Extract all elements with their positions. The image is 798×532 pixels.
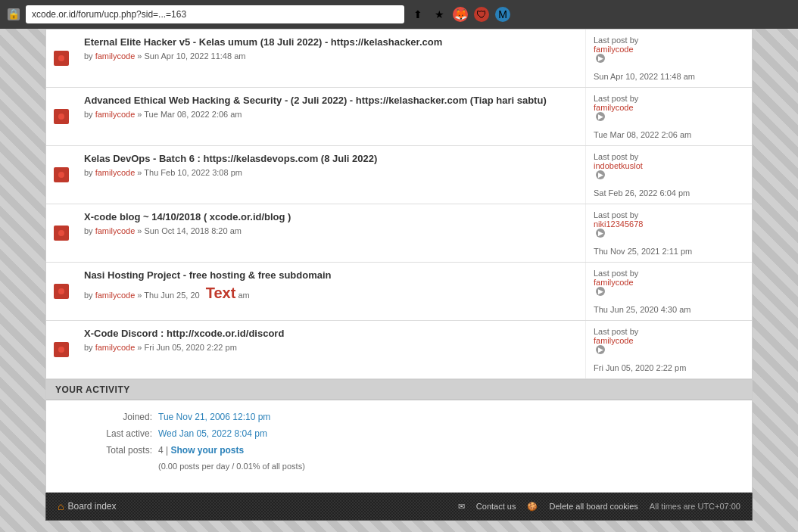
last-post-date: Tue Mar 08, 2022 2:06 am bbox=[594, 130, 744, 139]
post-icon-col bbox=[46, 30, 76, 87]
url-bar[interactable]: xcode.or.id/forum/ucp.php?sid=...=163 bbox=[26, 5, 404, 23]
table-row: Kelas DevOps - Batch 6 : https://kelasde… bbox=[46, 146, 752, 204]
footer-right: ✉ Contact us 🍪 Delete all board cookies … bbox=[458, 502, 740, 512]
post-last-post: Last post by familycode ▶ Sun Apr 10, 20… bbox=[585, 30, 752, 87]
last-post-date: Thu Jun 25, 2020 4:30 am bbox=[594, 305, 744, 314]
post-date: Sun Apr 10, 2022 11:48 am bbox=[145, 51, 246, 61]
post-body: Kelas DevOps - Batch 6 : https://kelasde… bbox=[76, 146, 585, 204]
board-index-link[interactable]: Board index bbox=[67, 501, 116, 512]
forum-footer: ⌂ Board index ✉ Contact us 🍪 Delete all … bbox=[45, 493, 753, 521]
post-title-link[interactable]: Nasi Hosting Project - free hosting & fr… bbox=[84, 269, 332, 281]
extension-icon-3[interactable]: M bbox=[495, 7, 510, 22]
table-row: Advanced Ethical Web Hacking & Security … bbox=[46, 88, 752, 146]
post-body: Advanced Ethical Web Hacking & Security … bbox=[76, 88, 585, 145]
post-date-suffix: am bbox=[238, 291, 249, 300]
share-icon[interactable]: ⬆ bbox=[410, 7, 425, 22]
post-date: Sun Oct 14, 2018 8:20 am bbox=[145, 226, 242, 235]
table-row: X-Code Discord : http://xcode.or.id/disc… bbox=[46, 321, 752, 379]
post-last-post: Last post by familycode ▶ Thu Jun 25, 20… bbox=[585, 263, 752, 320]
post-author-link[interactable]: familycode bbox=[95, 226, 136, 235]
go-icon[interactable]: ▶ bbox=[596, 287, 605, 296]
your-activity-section: YOUR ACTIVITY Joined: Tue Nov 21, 2006 1… bbox=[45, 380, 753, 493]
post-title-link[interactable]: Advanced Ethical Web Hacking & Security … bbox=[84, 95, 547, 106]
post-author-link[interactable]: familycode bbox=[95, 51, 136, 61]
post-meta: by familycode » Tue Mar 08, 2022 2:06 am bbox=[84, 110, 578, 119]
post-author-link[interactable]: familycode bbox=[95, 291, 136, 300]
cookie-icon: 🍪 bbox=[527, 502, 538, 512]
post-body: Nasi Hosting Project - free hosting & fr… bbox=[76, 263, 585, 320]
mail-icon: ✉ bbox=[458, 502, 465, 512]
your-activity-title: YOUR ACTIVITY bbox=[55, 384, 130, 395]
joined-label: Joined: bbox=[61, 412, 152, 422]
post-body: X-code blog ~ 14/10/2018 ( xcode.or.id/b… bbox=[76, 204, 585, 262]
your-activity-header: YOUR ACTIVITY bbox=[46, 380, 752, 400]
go-icon[interactable]: ▶ bbox=[596, 54, 605, 63]
go-icon[interactable]: ▶ bbox=[596, 112, 605, 121]
post-icon-col bbox=[46, 263, 76, 320]
posts-per-day: (0.00 posts per day / 0.01% of all posts… bbox=[158, 462, 305, 471]
total-posts-label: Total posts: bbox=[61, 445, 152, 456]
post-new-icon bbox=[54, 109, 69, 124]
post-author-link[interactable]: familycode bbox=[95, 110, 136, 119]
post-icon-col bbox=[46, 88, 76, 145]
post-new-icon bbox=[54, 167, 69, 182]
post-icon-col bbox=[46, 321, 76, 378]
post-last-post: Last post by familycode ▶ Fri Jun 05, 20… bbox=[585, 321, 752, 378]
last-author-link[interactable]: familycode bbox=[594, 45, 744, 54]
activity-last-active-row: Last active: Wed Jan 05, 2022 8:04 pm bbox=[61, 428, 737, 439]
extension-icon-2[interactable]: 🛡 bbox=[474, 7, 489, 22]
last-post-date: Sun Apr 10, 2022 11:48 am bbox=[594, 72, 744, 81]
timezone-label: All times are UTC+07:00 bbox=[650, 502, 740, 511]
contact-us-link[interactable]: Contact us bbox=[476, 502, 516, 511]
activity-table: Joined: Tue Nov 21, 2006 12:10 pm Last a… bbox=[46, 400, 752, 492]
total-posts-count: 4 bbox=[158, 445, 164, 456]
text-overlay-label: Text bbox=[206, 285, 236, 301]
forum-posts-list: Eternal Elite Hacker v5 - Kelas umum (18… bbox=[45, 29, 753, 380]
go-icon[interactable]: ▶ bbox=[596, 229, 605, 238]
post-last-post: Last post by niki12345678 ▶ Thu Nov 25, … bbox=[585, 204, 752, 262]
url-text: xcode.or.id/forum/ucp.php?sid=...=163 bbox=[32, 9, 186, 20]
browser-chrome: 🔒 xcode.or.id/forum/ucp.php?sid=...=163 … bbox=[0, 0, 798, 29]
post-body: Eternal Elite Hacker v5 - Kelas umum (18… bbox=[76, 30, 585, 87]
post-last-post: Last post by familycode ▶ Tue Mar 08, 20… bbox=[585, 88, 752, 145]
last-author-link[interactable]: niki12345678 bbox=[594, 219, 744, 229]
post-meta: by familycode » Sun Apr 10, 2022 11:48 a… bbox=[84, 51, 578, 61]
go-icon[interactable]: ▶ bbox=[596, 170, 605, 179]
last-active-value: Wed Jan 05, 2022 8:04 pm bbox=[158, 428, 267, 439]
post-meta: by familycode » Thu Jun 25, 20 Text am bbox=[84, 285, 578, 302]
footer-left: ⌂ Board index bbox=[58, 500, 117, 512]
delete-cookies-link[interactable]: Delete all board cookies bbox=[549, 502, 637, 511]
last-post-date: Sat Feb 26, 2022 6:04 pm bbox=[594, 188, 744, 198]
post-meta: by familycode » Fri Jun 05, 2020 2:22 pm bbox=[84, 343, 578, 352]
last-post-date: Fri Jun 05, 2020 2:22 pm bbox=[594, 363, 744, 372]
show-posts-link[interactable]: Show your posts bbox=[170, 445, 244, 456]
table-row: Nasi Hosting Project - free hosting & fr… bbox=[46, 263, 752, 321]
page-credits: *SE Gamer Style by phpBB Styles PLANET S… bbox=[0, 521, 798, 532]
activity-posts-row: Total posts: 4 | Show your posts bbox=[61, 445, 737, 456]
last-author-link[interactable]: indobetkuslot bbox=[594, 161, 744, 170]
extension-icon-1[interactable]: 🦊 bbox=[453, 7, 468, 22]
joined-value: Tue Nov 21, 2006 12:10 pm bbox=[158, 412, 270, 422]
post-new-icon bbox=[54, 51, 69, 66]
post-icon-col bbox=[46, 204, 76, 262]
post-new-icon bbox=[54, 226, 69, 241]
post-title-link[interactable]: X-code blog ~ 14/10/2018 ( xcode.or.id/b… bbox=[84, 211, 291, 222]
post-author-link[interactable]: familycode bbox=[95, 343, 136, 352]
go-icon[interactable]: ▶ bbox=[596, 345, 605, 354]
post-date: Thu Feb 10, 2022 3:08 pm bbox=[144, 168, 242, 177]
post-author-link[interactable]: familycode bbox=[95, 168, 136, 177]
post-icon-col bbox=[46, 146, 76, 204]
last-post-date: Thu Nov 25, 2021 2:11 pm bbox=[594, 247, 744, 256]
last-author-link[interactable]: familycode bbox=[594, 278, 744, 287]
last-author-link[interactable]: familycode bbox=[594, 103, 744, 112]
last-author-link[interactable]: familycode bbox=[594, 336, 744, 345]
activity-joined-row: Joined: Tue Nov 21, 2006 12:10 pm bbox=[61, 412, 737, 422]
bookmark-icon[interactable]: ★ bbox=[432, 7, 447, 22]
home-icon: ⌂ bbox=[58, 500, 64, 512]
post-title-link[interactable]: X-Code Discord : http://xcode.or.id/disc… bbox=[84, 328, 284, 339]
post-new-icon bbox=[54, 342, 69, 357]
post-title-link[interactable]: Kelas DevOps - Batch 6 : https://kelasde… bbox=[84, 153, 377, 164]
post-title-link[interactable]: Eternal Elite Hacker v5 - Kelas umum (18… bbox=[84, 36, 442, 48]
post-date: Tue Mar 08, 2022 2:06 am bbox=[144, 110, 242, 119]
posts-separator: | bbox=[164, 445, 171, 456]
